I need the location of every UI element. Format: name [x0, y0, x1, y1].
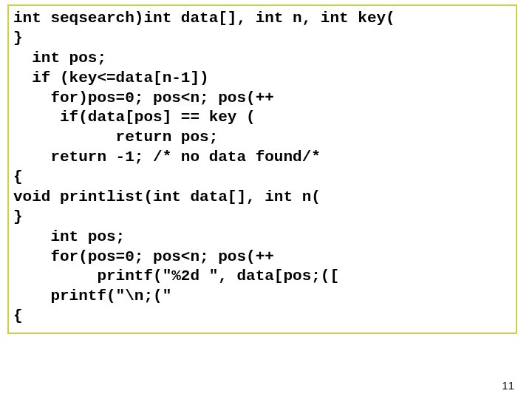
code-line: int pos; — [13, 50, 106, 66]
code-line: void printlist(int data[], int n( — [13, 188, 321, 205]
code-line: int pos; — [13, 228, 125, 245]
code-line: return pos; — [13, 129, 218, 146]
code-line: if (key<=data[n-1]) — [13, 69, 209, 86]
code-line: printf("%2d ", data[pos;([ — [13, 267, 339, 284]
code-line: for)pos=0; pos<n; pos(++ — [13, 89, 274, 106]
code-block: int seqsearch)int data[], int n, int key… — [13, 9, 511, 327]
code-frame: int seqsearch)int data[], int n, int key… — [7, 4, 517, 334]
code-line: int seqsearch)int data[], int n, int key… — [13, 10, 395, 27]
code-line: } — [13, 208, 23, 225]
code-line: { — [13, 307, 23, 324]
code-line: if(data[pos] == key ( — [13, 109, 256, 126]
code-line: printf("\n;(" — [13, 287, 171, 304]
code-line: { — [13, 168, 23, 185]
code-line: return -1; /* no data found/* — [13, 149, 321, 166]
slide-number: 11 — [502, 379, 514, 392]
code-line: for(pos=0; pos<n; pos(++ — [13, 248, 274, 265]
code-line: } — [13, 30, 23, 47]
